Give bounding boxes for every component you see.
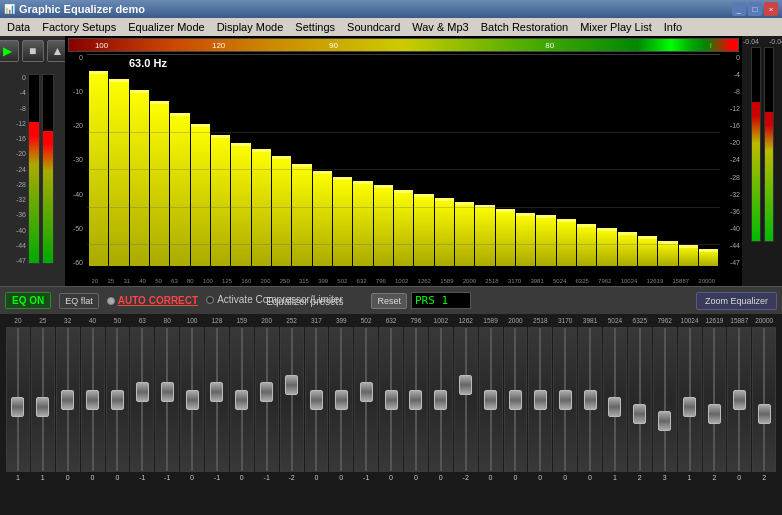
- value-label-25: 2: [628, 474, 652, 481]
- maximize-button[interactable]: □: [748, 2, 762, 16]
- freq-axis-label-7: 100: [203, 278, 213, 284]
- eq-bar-25: [597, 228, 616, 266]
- menu-wav-mp3[interactable]: Wav & Mp3: [407, 20, 473, 34]
- fader-freq-label-18: 1262: [454, 317, 478, 324]
- fader-handle-9[interactable]: [235, 390, 248, 410]
- fader-handle-20[interactable]: [509, 390, 522, 410]
- fader-freq-label-24: 5024: [603, 317, 627, 324]
- freq-axis-label-12: 315: [299, 278, 309, 284]
- reset-button[interactable]: Reset: [371, 293, 407, 309]
- value-label-29: 0: [727, 474, 751, 481]
- fader-handle-1[interactable]: [36, 397, 49, 417]
- freq-axis-label-23: 3981: [530, 278, 543, 284]
- fader-handle-7[interactable]: [186, 390, 199, 410]
- fader-track-19: [479, 327, 503, 472]
- freq-axis-label-6: 80: [187, 278, 194, 284]
- value-label-30: 2: [752, 474, 776, 481]
- value-label-2: 0: [56, 474, 80, 481]
- value-label-3: 0: [81, 474, 105, 481]
- fader-handle-10[interactable]: [260, 382, 273, 402]
- fader-handle-30[interactable]: [758, 404, 771, 424]
- fader-handle-21[interactable]: [534, 390, 547, 410]
- eq-bar-21: [516, 213, 535, 266]
- fader-handle-0[interactable]: [11, 397, 24, 417]
- fader-handle-19[interactable]: [484, 390, 497, 410]
- eq-bar-chart: [87, 54, 720, 266]
- stop-button[interactable]: ■: [22, 40, 44, 62]
- value-label-10: -1: [255, 474, 279, 481]
- fader-freq-label-22: 3170: [553, 317, 577, 324]
- close-button[interactable]: ×: [764, 2, 778, 16]
- transport-buttons: ▶ ■ ▲: [0, 40, 69, 62]
- eq-bar-30: [699, 249, 718, 266]
- fader-track-26: [653, 327, 677, 472]
- menu-equalizer-mode[interactable]: Equalizer Mode: [123, 20, 209, 34]
- fader-track-18: [454, 327, 478, 472]
- fader-handle-16[interactable]: [409, 390, 422, 410]
- auto-correct-radio[interactable]: [107, 297, 115, 305]
- fader-handle-14[interactable]: [360, 382, 373, 402]
- freq-axis-label-10: 200: [260, 278, 270, 284]
- fader-handle-5[interactable]: [136, 382, 149, 402]
- fader-handle-15[interactable]: [385, 390, 398, 410]
- fader-handle-13[interactable]: [335, 390, 348, 410]
- fader-freq-label-13: 399: [329, 317, 353, 324]
- eq-bar-7: [231, 143, 250, 266]
- fader-handle-18[interactable]: [459, 375, 472, 395]
- eq-flat-button[interactable]: EQ flat: [59, 293, 99, 309]
- eq-bar-20: [496, 209, 515, 266]
- fader-handle-27[interactable]: [683, 397, 696, 417]
- fader-freq-label-3: 40: [81, 317, 105, 324]
- zoom-equalizer-button[interactable]: Zoom Equalizer: [696, 292, 777, 310]
- value-label-1: 1: [31, 474, 55, 481]
- fader-handle-26[interactable]: [658, 411, 671, 431]
- fader-handle-12[interactable]: [310, 390, 323, 410]
- menu-display-mode[interactable]: Display Mode: [212, 20, 289, 34]
- fader-handle-24[interactable]: [608, 397, 621, 417]
- menu-factory-setups[interactable]: Factory Setups: [37, 20, 121, 34]
- eq-on-button[interactable]: EQ ON: [5, 292, 51, 309]
- fader-freq-label-14: 502: [354, 317, 378, 324]
- fader-handle-3[interactable]: [86, 390, 99, 410]
- menu-info[interactable]: Info: [659, 20, 687, 34]
- eq-bar-10: [292, 164, 311, 266]
- fader-freq-label-27: 10024: [678, 317, 702, 324]
- freq-axis-label-8: 125: [222, 278, 232, 284]
- fader-freq-label-8: 128: [205, 317, 229, 324]
- value-label-20: 0: [504, 474, 528, 481]
- menu-settings[interactable]: Settings: [290, 20, 340, 34]
- freq-axis-label-5: 63: [171, 278, 178, 284]
- freq-axis-label-19: 1589: [440, 278, 453, 284]
- menu-batch-restoration[interactable]: Batch Restoration: [476, 20, 573, 34]
- fader-handle-23[interactable]: [584, 390, 597, 410]
- play-button[interactable]: ▶: [0, 40, 19, 62]
- fader-handle-28[interactable]: [708, 404, 721, 424]
- fader-handle-2[interactable]: [61, 390, 74, 410]
- fader-freq-label-2: 32: [56, 317, 80, 324]
- title-text: Graphic Equalizer demo: [19, 3, 145, 15]
- fader-handle-4[interactable]: [111, 390, 124, 410]
- fader-handle-25[interactable]: [633, 404, 646, 424]
- freq-axis-label-20: 2000: [463, 278, 476, 284]
- value-labels: 11000-1-10-10-1-200-1000-2000001231202: [5, 474, 777, 481]
- compressor-radio[interactable]: [206, 296, 214, 304]
- minimize-button[interactable]: _: [732, 2, 746, 16]
- menu-soundcard[interactable]: Soundcard: [342, 20, 405, 34]
- right-vu-label2: -0.04: [769, 38, 782, 45]
- preset-input[interactable]: [411, 292, 471, 309]
- fader-handle-22[interactable]: [559, 390, 572, 410]
- fader-freq-label-16: 796: [404, 317, 428, 324]
- fader-handle-29[interactable]: [733, 390, 746, 410]
- fader-track-0: [6, 327, 30, 472]
- fader-handle-11[interactable]: [285, 375, 298, 395]
- menu-data[interactable]: Data: [2, 20, 35, 34]
- menu-mixer-play-list[interactable]: Mixer Play List: [575, 20, 657, 34]
- fader-handle-8[interactable]: [210, 382, 223, 402]
- progress-bar[interactable]: 1001209080I: [68, 38, 739, 52]
- fader-track-20: [504, 327, 528, 472]
- auto-correct-button[interactable]: AUTO CORRECT: [118, 295, 198, 306]
- freq-axis-label-28: 12619: [647, 278, 664, 284]
- fader-handle-17[interactable]: [434, 390, 447, 410]
- fader-handle-6[interactable]: [161, 382, 174, 402]
- fader-section: 2025324050638010012815920025231739950263…: [0, 314, 782, 515]
